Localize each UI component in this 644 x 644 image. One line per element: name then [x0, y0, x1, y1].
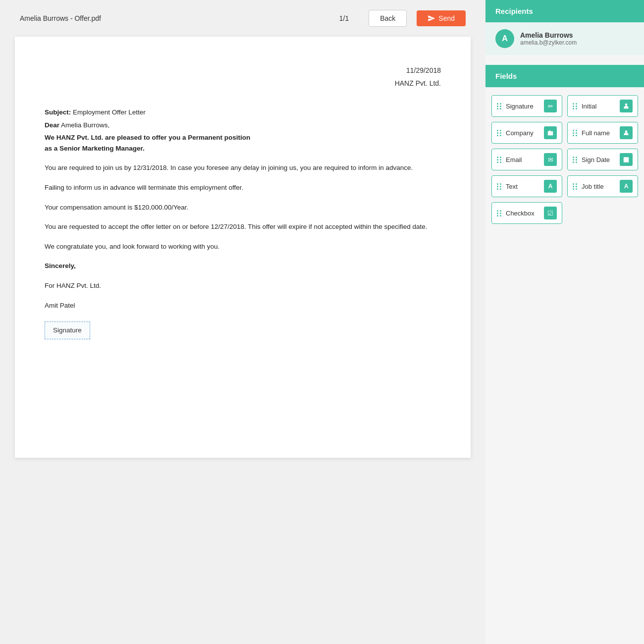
recipient-name: Amelia Burrows: [520, 31, 577, 39]
drag-handle-email: [497, 157, 502, 163]
subject-text: Employment Offer Letter: [71, 108, 146, 116]
field-initial[interactable]: Initial: [567, 95, 638, 117]
field-label-signature: Signature: [506, 103, 534, 110]
field-label-text: Text: [506, 183, 518, 190]
doc-body: Subject: Employment Offer Letter Dear Am…: [45, 107, 441, 339]
field-icon-jobtitle: A: [620, 180, 633, 193]
recipients-header: Recipients: [485, 0, 644, 22]
para1: You are required to join us by 12/31/201…: [45, 162, 441, 173]
sidebar: Recipients A Amelia Burrows amelia.b@zyl…: [485, 0, 644, 644]
field-icon-text: A: [544, 180, 557, 193]
field-icon-email: ✉: [544, 153, 557, 166]
field-text[interactable]: Text A: [491, 175, 562, 197]
field-label-fullname: Full name: [582, 129, 610, 137]
doc-company: HANZ Pvt. Ltd.: [45, 79, 441, 87]
field-email[interactable]: Email ✉: [491, 149, 562, 170]
drag-handle-company: [497, 130, 502, 136]
para3: Your compensation amount is $120,000.00/…: [45, 202, 441, 213]
drag-handle-fullname: [573, 130, 578, 136]
field-label-initial: Initial: [582, 103, 596, 110]
send-button[interactable]: Send: [417, 10, 466, 26]
recipient-item[interactable]: A Amelia Burrows amelia.b@zylker.com: [485, 22, 644, 55]
field-label-jobtitle: Job title: [582, 183, 604, 190]
drag-handle-signature: [497, 103, 502, 109]
send-icon: [428, 14, 435, 22]
closing3: Amit Patel: [45, 300, 441, 311]
closing1: Sincerely,: [45, 261, 441, 271]
recipient-email: amelia.b@zylker.com: [520, 39, 577, 46]
document-filename: Amelia Burrows - Offer.pdf: [20, 14, 329, 22]
closing2: For HANZ Pvt. Ltd.: [45, 280, 441, 291]
field-fullname[interactable]: Full name: [567, 122, 638, 144]
toolbar: Amelia Burrows - Offer.pdf 1/1 Back Send: [0, 0, 485, 37]
drag-handle-jobtitle: [573, 183, 578, 190]
field-icon-initial: [620, 100, 633, 112]
para5: We congratulate you, and look forward to…: [45, 241, 441, 252]
para2: Failing to inform us in advance will ter…: [45, 182, 441, 193]
opening-paragraph: We HANZ Pvt. Ltd. are pleased to offer y…: [45, 132, 441, 154]
main-area: Amelia Burrows - Offer.pdf 1/1 Back Send…: [0, 0, 485, 644]
back-button[interactable]: Back: [369, 10, 407, 27]
subject-prefix: Subject:: [45, 108, 71, 116]
field-icon-fullname: [620, 126, 633, 139]
field-label-checkbox: Checkbox: [506, 210, 535, 217]
field-jobtitle[interactable]: Job title A: [567, 175, 638, 197]
fields-grid: Signature ✏ Initial: [485, 87, 644, 232]
page-indicator: 1/1: [339, 14, 349, 22]
field-checkbox[interactable]: Checkbox ☑: [491, 202, 562, 224]
field-icon-checkbox: ☑: [544, 207, 557, 219]
field-label-signdate: Sign Date: [582, 156, 610, 163]
drag-handle-signdate: [573, 157, 578, 163]
recipient-avatar: A: [495, 29, 514, 48]
fields-section: Fields Signature ✏ Initial: [485, 65, 644, 232]
subject-line: Subject: Employment Offer Letter: [45, 107, 441, 118]
field-icon-company: [544, 126, 557, 139]
field-signature[interactable]: Signature ✏: [491, 95, 562, 117]
drag-handle-checkbox: [497, 210, 502, 216]
drag-handle-text: [497, 183, 502, 190]
doc-date: 11/29/2018: [45, 66, 441, 74]
recipient-info: Amelia Burrows amelia.b@zylker.com: [520, 31, 577, 46]
dear-line: Dear Amelia Burrows,: [45, 120, 441, 131]
field-signdate[interactable]: Sign Date: [567, 149, 638, 170]
para4: You are requested to accept the offer le…: [45, 221, 441, 232]
dear-prefix: Dear: [45, 121, 59, 129]
signature-field[interactable]: Signature: [45, 322, 90, 339]
drag-handle-initial: [573, 103, 578, 109]
field-icon-signdate: [620, 153, 633, 166]
field-company[interactable]: Company: [491, 122, 562, 144]
field-label-company: Company: [506, 129, 534, 137]
svg-point-3: [625, 130, 628, 133]
fields-header: Fields: [485, 65, 644, 87]
svg-rect-1: [548, 131, 553, 135]
field-icon-signature: ✏: [544, 100, 557, 112]
svg-rect-4: [624, 157, 629, 162]
dear-text: Amelia Burrows,: [59, 121, 109, 129]
svg-point-0: [625, 104, 628, 106]
document-container: 11/29/2018 HANZ Pvt. Ltd. Subject: Emplo…: [15, 37, 471, 458]
field-label-email: Email: [506, 156, 522, 163]
